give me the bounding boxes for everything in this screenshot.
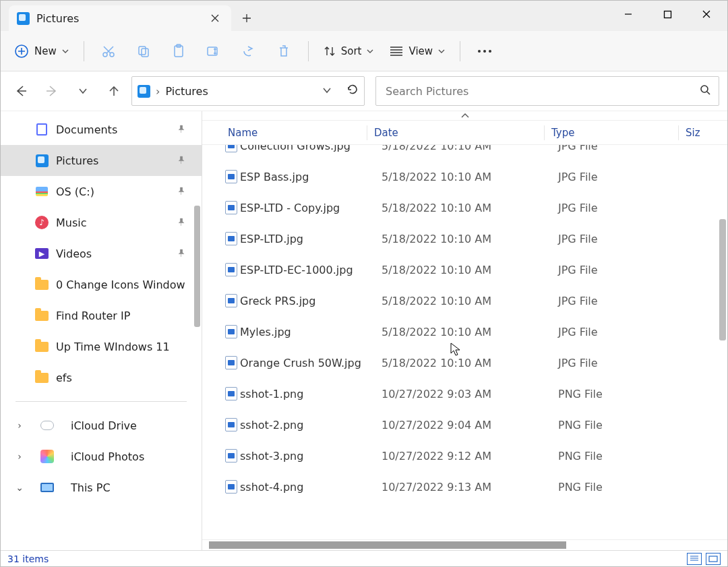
recent-button[interactable]	[69, 78, 96, 105]
chevron-down-icon	[367, 48, 373, 55]
sidebar-item[interactable]: efs	[1, 362, 202, 393]
refresh-button[interactable]	[346, 84, 359, 98]
file-row[interactable]: sshot-2.png10/27/2022 9:04 AMPNG File	[202, 409, 727, 440]
file-row[interactable]: ESP Bass.jpg5/18/2022 10:10 AMJPG File	[202, 161, 727, 192]
minimize-button[interactable]	[609, 1, 648, 28]
sidebar-item-label: Documents	[56, 123, 117, 136]
cut-button[interactable]	[92, 38, 125, 65]
pictures-icon	[138, 85, 150, 98]
file-scrollbar-vertical[interactable]	[719, 219, 726, 340]
up-button[interactable]	[100, 78, 127, 105]
file-row[interactable]: Greck PRS.jpg5/18/2022 10:10 AMJPG File	[202, 285, 727, 316]
file-row[interactable]: ESP-LTD-EC-1000.jpg5/18/2022 10:10 AMJPG…	[202, 254, 727, 285]
divider	[460, 41, 460, 61]
expand-icon[interactable]: ⌄	[14, 482, 25, 493]
file-row[interactable]: sshot-4.png10/27/2022 9:13 AMPNG File	[202, 471, 727, 502]
expand-icon[interactable]: ›	[14, 451, 25, 462]
pin-icon	[177, 154, 185, 167]
search-icon[interactable]	[700, 84, 710, 98]
cloud-icon	[40, 421, 54, 430]
file-name: sshot-4.png	[240, 481, 382, 494]
rename-icon	[206, 44, 221, 58]
thumbnails-view-button[interactable]	[706, 553, 721, 565]
file-row[interactable]: sshot-1.png10/27/2022 9:03 AMPNG File	[202, 378, 727, 409]
sidebar-item[interactable]: ⌄This PC	[1, 472, 202, 503]
file-row[interactable]: sshot-3.png10/27/2022 9:12 AMPNG File	[202, 440, 727, 471]
file-pane: Name Date Type Siz Collection Grows.jpg5…	[202, 111, 727, 550]
file-row[interactable]: Orange Crush 50W.jpg5/18/2022 10:10 AMJP…	[202, 347, 727, 378]
file-row[interactable]: ESP-LTD - Copy.jpg5/18/2022 10:10 AMJPG …	[202, 192, 727, 223]
file-name: sshot-3.png	[240, 450, 382, 462]
sidebar-item[interactable]: ▶Videos	[1, 238, 202, 269]
maximize-button[interactable]	[648, 1, 687, 28]
list-view-icon	[390, 46, 403, 57]
more-button[interactable]	[468, 38, 501, 65]
sidebar-item[interactable]: ›iCloud Drive	[1, 410, 202, 441]
pc-icon	[40, 483, 54, 492]
file-date: 5/18/2022 10:10 AM	[382, 295, 558, 307]
rename-button[interactable]	[198, 38, 230, 65]
file-date: 5/18/2022 10:10 AM	[382, 171, 558, 183]
file-icon	[222, 145, 240, 152]
sidebar-item[interactable]: OS (C:)	[1, 176, 202, 207]
new-tab-button[interactable]	[235, 7, 258, 30]
sidebar-item-label: Videos	[56, 247, 92, 260]
sidebar-scrollbar[interactable]	[194, 206, 200, 327]
file-row[interactable]: ESP-LTD.jpg5/18/2022 10:10 AMJPG File	[202, 223, 727, 254]
column-headers: Name Date Type Siz	[202, 121, 727, 145]
sidebar-item[interactable]: ♪Music	[1, 207, 202, 238]
column-name[interactable]: Name	[228, 127, 367, 139]
new-button[interactable]: New	[7, 38, 75, 65]
nav-bar: › Pictures	[1, 71, 727, 111]
search-input[interactable]	[384, 84, 700, 98]
view-button[interactable]: View	[383, 38, 452, 65]
column-type[interactable]: Type	[545, 127, 678, 139]
file-name: Myles.jpg	[240, 326, 382, 338]
close-window-button[interactable]	[687, 1, 726, 28]
sort-button[interactable]: Sort	[317, 38, 381, 65]
file-date: 5/18/2022 10:10 AM	[382, 145, 558, 152]
close-tab-button[interactable]	[206, 9, 224, 28]
share-button[interactable]	[233, 38, 265, 65]
sidebar-item-label: Pictures	[56, 154, 98, 167]
file-type: JPG File	[558, 357, 692, 369]
sidebar-item[interactable]: Up Time WIndows 11	[1, 331, 202, 362]
copy-button[interactable]	[127, 38, 160, 65]
forward-button[interactable]	[38, 78, 65, 105]
file-scrollbar-horizontal[interactable]	[202, 539, 727, 550]
sidebar-item[interactable]: Pictures	[1, 145, 202, 176]
scissors-icon	[102, 44, 115, 58]
breadcrumb[interactable]: › Pictures	[131, 76, 365, 106]
tab-pictures[interactable]: Pictures	[9, 5, 231, 31]
sidebar-item[interactable]: ›iCloud Photos	[1, 441, 202, 472]
sidebar-item[interactable]: 0 Change Icons Window	[1, 269, 202, 300]
pin-icon	[177, 247, 185, 260]
search-box[interactable]	[375, 76, 719, 106]
body: DocumentsPicturesOS (C:)♪Music▶Videos0 C…	[1, 111, 727, 550]
breadcrumb-dropdown[interactable]	[322, 85, 332, 98]
file-type: PNG File	[558, 388, 692, 400]
expand-icon[interactable]: ›	[14, 420, 25, 431]
photos-icon	[40, 450, 54, 463]
file-type: JPG File	[558, 264, 692, 276]
file-name: Orange Crush 50W.jpg	[240, 357, 382, 369]
back-button[interactable]	[7, 78, 34, 105]
document-icon	[36, 123, 47, 136]
sidebar-item-label: iCloud Drive	[71, 419, 137, 432]
file-row[interactable]: Myles.jpg5/18/2022 10:10 AMJPG File	[202, 316, 727, 347]
sidebar-item-label: iCloud Photos	[71, 450, 144, 463]
file-type: JPG File	[558, 233, 692, 245]
scrollbar-thumb[interactable]	[209, 541, 566, 549]
file-icon	[222, 294, 240, 307]
column-size[interactable]: Siz	[679, 127, 706, 139]
details-view-button[interactable]	[687, 553, 702, 565]
toolbar: New Sort View	[1, 31, 727, 71]
file-explorer-window: Pictures New Sort	[0, 0, 728, 567]
collapse-caret[interactable]	[202, 111, 727, 121]
sidebar-item[interactable]: Documents	[1, 114, 202, 145]
file-row[interactable]: Collection Grows.jpg5/18/2022 10:10 AMJP…	[202, 145, 727, 161]
delete-button[interactable]	[268, 38, 300, 65]
column-date[interactable]: Date	[367, 127, 544, 139]
sidebar-item[interactable]: Find Router IP	[1, 300, 202, 331]
paste-button[interactable]	[162, 38, 195, 65]
